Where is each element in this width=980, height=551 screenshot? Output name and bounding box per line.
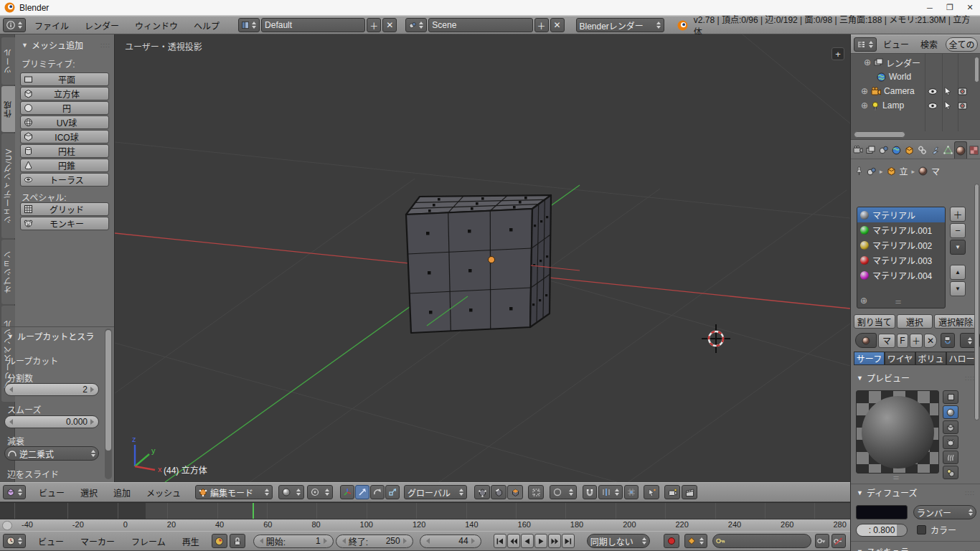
tab-options[interactable]: オプション: [1, 240, 15, 304]
renderability-camera-icon[interactable]: [958, 102, 967, 110]
start-frame-field[interactable]: 開始:1: [253, 534, 334, 548]
sync-mode-select[interactable]: 同期しない: [587, 534, 650, 548]
panel-header-diffuse[interactable]: ▼ ディフューズ ::::: [851, 486, 980, 499]
snap-toggle-button[interactable]: [583, 485, 597, 499]
add-uv-sphere-button[interactable]: UV球: [20, 116, 109, 129]
menu-timeline-playback[interactable]: 再生: [175, 535, 207, 547]
diffuse-color-swatch[interactable]: [856, 505, 908, 519]
preview-world-button[interactable]: [943, 466, 958, 479]
add-monkey-button[interactable]: モンキー: [20, 217, 109, 230]
material-name-field[interactable]: マ: [878, 334, 895, 348]
falloff-select[interactable]: 逆二乗式: [4, 446, 99, 461]
jump-to-start-button[interactable]: [494, 534, 507, 548]
properties-region-expand-button[interactable]: +: [831, 47, 844, 60]
browse-material-button[interactable]: [855, 333, 877, 348]
move-slot-up-button[interactable]: ▲: [950, 265, 966, 280]
menu-timeline-frame[interactable]: フレーム: [124, 535, 173, 547]
menu-help[interactable]: ヘルプ: [187, 19, 227, 32]
preview-plane-button[interactable]: [943, 390, 958, 404]
menu-outliner-view[interactable]: ビュー: [878, 38, 914, 50]
select-button[interactable]: 選択: [897, 314, 933, 329]
scene-add-button[interactable]: ＋: [534, 18, 549, 32]
translate-manipulator-button[interactable]: [355, 485, 369, 499]
panel-header-preview[interactable]: ▼ プレビュー ::::: [851, 372, 980, 384]
panel-header-specular[interactable]: ▼ スペキュラー ::::: [851, 545, 980, 551]
menu-file[interactable]: ファイル: [27, 19, 76, 32]
preview-sphere-button[interactable]: [943, 405, 958, 419]
tab-object-data[interactable]: [941, 141, 954, 159]
material-slot[interactable]: マテリアル.001: [857, 222, 945, 237]
edit-cube[interactable]: [406, 195, 551, 333]
panel-drag-dots[interactable]: ::::: [100, 42, 110, 49]
outliner-item-camera[interactable]: ⊕ Camera: [861, 84, 915, 98]
diffuse-intensity-slider[interactable]: : 0.800: [856, 524, 908, 537]
tab-shading-uv[interactable]: シェーディング/UV: [1, 133, 15, 238]
add-ico-sphere-button[interactable]: ICO球: [20, 130, 109, 143]
editor-type-selector-timeline[interactable]: [3, 534, 26, 548]
scale-manipulator-button[interactable]: [385, 485, 400, 499]
diffuse-shader-select[interactable]: ランバー: [913, 505, 976, 519]
expand-icon[interactable]: ⊕: [864, 57, 871, 67]
type-halo-button[interactable]: ハロー: [946, 352, 977, 365]
play-forward-fast-button[interactable]: [548, 534, 561, 548]
layout-delete-button[interactable]: ✕: [382, 18, 397, 32]
panel-header-add-mesh[interactable]: ▼ メッシュ追加 ::::: [22, 39, 110, 51]
outliner-item-renderlayers[interactable]: ⊕ レンダー: [864, 55, 920, 70]
type-wire-button[interactable]: ワイヤ: [885, 352, 915, 365]
menu-view3d-select[interactable]: 選択: [73, 486, 105, 499]
breadcrumb-scene-icon[interactable]: [867, 167, 876, 176]
list-filter-toggle-icon[interactable]: ⊕: [860, 296, 867, 306]
layout-add-button[interactable]: ＋: [367, 18, 381, 32]
material-slot[interactable]: マテリアル.002: [857, 237, 945, 253]
add-cone-button[interactable]: 円錐: [20, 159, 109, 172]
menu-window[interactable]: ウィンドウ: [128, 19, 185, 32]
tab-create[interactable]: 作成: [1, 86, 15, 132]
new-material-button[interactable]: ＋: [910, 334, 923, 348]
snap-target-button[interactable]: [624, 485, 639, 499]
add-circle-button[interactable]: 円: [20, 101, 109, 115]
assign-button[interactable]: 割り当て: [854, 314, 895, 329]
tab-constraints[interactable]: [915, 141, 928, 159]
insert-keyframe-button[interactable]: [815, 534, 829, 548]
jump-to-end-button[interactable]: [562, 534, 575, 548]
preview-hair-button[interactable]: [943, 451, 958, 464]
render-engine-select[interactable]: Blenderレンダー: [576, 18, 664, 32]
rotate-manipulator-button[interactable]: [370, 485, 385, 499]
material-specials-button[interactable]: ▼: [950, 240, 966, 255]
scene-icon-button[interactable]: [405, 18, 427, 32]
list-resize-grip[interactable]: ＝: [895, 296, 901, 307]
outliner-filter-select[interactable]: 全ての: [946, 37, 978, 52]
tab-material[interactable]: [954, 141, 967, 159]
menu-view3d-view[interactable]: ビュー: [32, 486, 72, 499]
tab-render[interactable]: [852, 141, 864, 159]
preview-monkey-button[interactable]: [943, 435, 958, 449]
pin-icon[interactable]: [855, 166, 863, 176]
tab-texture[interactable]: [967, 141, 980, 159]
preview-cube-button[interactable]: [943, 420, 958, 434]
tab-tools[interactable]: ツール: [1, 37, 15, 85]
use-nodes-button[interactable]: [941, 333, 955, 348]
material-slot[interactable]: マテリアル.004: [857, 268, 945, 283]
menu-outliner-search[interactable]: 検索: [915, 38, 943, 50]
panel-drag-dots[interactable]: ::::: [965, 375, 975, 382]
tab-world[interactable]: [890, 141, 903, 159]
add-torus-button[interactable]: トーラス: [20, 173, 109, 187]
type-volume-button[interactable]: ボリュ: [915, 352, 946, 365]
material-slot[interactable]: マテリアル: [857, 207, 945, 222]
current-frame-field[interactable]: 44: [420, 534, 481, 548]
end-frame-field[interactable]: 終了:250: [336, 534, 413, 548]
add-cube-button[interactable]: 立方体: [20, 87, 109, 100]
smooth-slider[interactable]: 0.000: [4, 415, 99, 428]
active-keying-set-field[interactable]: [712, 534, 811, 548]
viewport-3d[interactable]: z y x ユーザー・透視投影 (44) 立方体 +: [115, 34, 850, 482]
deselect-button[interactable]: 選択解除: [934, 314, 977, 329]
panel-header-loopcut[interactable]: ▼ ループカットとスラ: [7, 330, 94, 342]
menu-view3d-mesh[interactable]: メッシュ: [139, 486, 188, 499]
expand-icon[interactable]: ⊕: [861, 100, 868, 110]
vertex-select-mode-button[interactable]: [474, 485, 490, 499]
screen-layout-icon-button[interactable]: [238, 18, 260, 32]
manipulate-centers-button[interactable]: [644, 485, 659, 499]
lock-frame-button[interactable]: [230, 534, 245, 548]
panel-drag-dots[interactable]: ::::: [965, 489, 975, 496]
edge-select-mode-button[interactable]: [491, 485, 507, 499]
